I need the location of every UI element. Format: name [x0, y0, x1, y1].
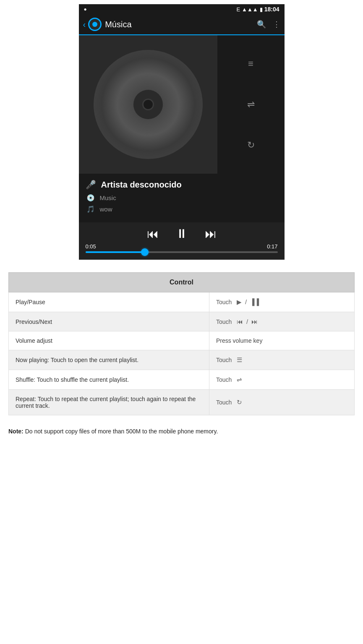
progress-track[interactable] — [86, 251, 278, 253]
progress-thumb[interactable] — [141, 248, 149, 256]
cd-disc — [94, 50, 203, 159]
app-icon-inner — [92, 22, 97, 27]
battery-icon: ▮ — [260, 6, 263, 13]
signal-icon: ▲▲▲ — [242, 6, 258, 13]
control-table: Control Play/Pause Touch ▶ / ▐▐ Previous… — [8, 272, 355, 415]
playback-area: ⏮ ⏸ ⏭ 0:05 0:17 — [79, 222, 285, 260]
track-song-row: 🎵 wow — [86, 205, 278, 213]
back-button[interactable]: ‹ — [83, 20, 86, 29]
time-current: 0:05 — [86, 243, 96, 250]
prev-button[interactable]: ⏮ — [147, 227, 159, 241]
more-icon[interactable]: ⋮ — [273, 20, 280, 29]
repeat-table-icon: ↻ — [237, 399, 242, 406]
note-label: Note: — [8, 428, 24, 435]
row-label: Previous/Next — [9, 312, 209, 331]
touch-word: Touch — [216, 376, 232, 383]
play-icon: ▶ — [237, 298, 242, 306]
row-action: Press volume key — [209, 331, 354, 350]
status-time: 18:04 — [264, 6, 279, 13]
separator: / — [246, 318, 248, 325]
album-art — [79, 35, 217, 174]
row-action: Touch ▶ / ▐▐ — [209, 292, 354, 312]
side-controls: ≡ ⇌ ↻ — [217, 35, 285, 174]
cd-inner — [133, 90, 163, 119]
artist-name: Artista desconocido — [101, 180, 182, 190]
shuffle-icon[interactable]: ⇌ — [247, 99, 255, 110]
album-label: Music — [100, 194, 116, 201]
player-area: ≡ ⇌ ↻ — [79, 35, 285, 174]
shuffle-table-icon: ⇌ — [237, 376, 242, 383]
mic-icon: 🎤 — [86, 180, 96, 190]
track-artist-row: 🎤 Artista desconocido — [86, 180, 278, 190]
table-row: Volume adjust Press volume key — [9, 331, 355, 350]
track-info: 🎤 Artista desconocido 💿 Music 🎵 wow — [79, 174, 285, 222]
row-action: Touch ⇌ — [209, 370, 354, 390]
app-bar: ‹ Música 🔍 ⋮ — [79, 14, 285, 35]
row-label: Shuffle: Touch to shuffle the current pl… — [9, 370, 209, 390]
status-right: E ▲▲▲ ▮ 18:04 — [236, 6, 279, 13]
album-icon: 💿 — [86, 194, 95, 202]
note-section: Note: Do not support copy files of more … — [0, 424, 363, 443]
touch-word: Touch — [216, 399, 232, 406]
row-action: Touch ↻ — [209, 390, 354, 415]
app-title: Música — [105, 20, 256, 29]
row-label: Repeat: Touch to repeat the current play… — [9, 390, 209, 415]
notification-icon: ● — [84, 6, 87, 12]
table-row: Now playing: Touch to open the current p… — [9, 350, 355, 370]
table-row: Previous/Next Touch ⏮ / ⏭ — [9, 312, 355, 331]
row-label: Volume adjust — [9, 331, 209, 350]
table-header: Control — [9, 273, 355, 292]
table-row: Shuffle: Touch to shuffle the current pl… — [9, 370, 355, 390]
prev-icon: ⏮ — [237, 318, 243, 325]
playback-buttons: ⏮ ⏸ ⏭ — [86, 227, 278, 241]
search-icon[interactable]: 🔍 — [257, 20, 266, 29]
track-album-row: 💿 Music — [86, 194, 278, 202]
volume-label: Press volume key — [216, 337, 262, 344]
row-label: Now playing: Touch to open the current p… — [9, 350, 209, 370]
playlist-list-icon: ☰ — [237, 356, 242, 364]
cd-center — [142, 99, 154, 110]
next-icon: ⏭ — [251, 318, 258, 325]
phone-screenshot: ● E ▲▲▲ ▮ 18:04 ‹ Música 🔍 ⋮ — [79, 0, 285, 260]
progress-fill — [86, 251, 143, 253]
table-section: Control Play/Pause Touch ▶ / ▐▐ Previous… — [0, 260, 363, 424]
song-label: wow — [100, 206, 112, 213]
network-icon: E — [236, 6, 240, 13]
status-left: ● — [84, 6, 87, 12]
playlist-icon[interactable]: ≡ — [248, 58, 253, 69]
repeat-icon[interactable]: ↻ — [247, 140, 255, 151]
pause-button[interactable]: ⏸ — [175, 227, 188, 241]
row-action: Touch ⏮ / ⏭ — [209, 312, 354, 331]
time-row: 0:05 0:17 — [86, 243, 278, 250]
row-action: Touch ☰ — [209, 350, 354, 370]
table-row: Repeat: Touch to repeat the current play… — [9, 390, 355, 415]
app-icon — [88, 18, 102, 31]
touch-word: Touch — [216, 299, 232, 305]
touch-word: Touch — [216, 318, 232, 325]
status-bar: ● E ▲▲▲ ▮ 18:04 — [79, 4, 285, 14]
next-button[interactable]: ⏭ — [205, 227, 217, 241]
row-label: Play/Pause — [9, 292, 209, 312]
touch-word: Touch — [216, 357, 232, 363]
separator: / — [245, 298, 247, 305]
time-total: 0:17 — [267, 243, 277, 250]
note-icon: 🎵 — [86, 205, 95, 213]
app-bar-actions: 🔍 ⋮ — [257, 20, 280, 29]
pause-icon: ▐▐ — [250, 298, 259, 305]
note-text: Do not support copy files of more than 5… — [25, 428, 218, 435]
table-row: Play/Pause Touch ▶ / ▐▐ — [9, 292, 355, 312]
